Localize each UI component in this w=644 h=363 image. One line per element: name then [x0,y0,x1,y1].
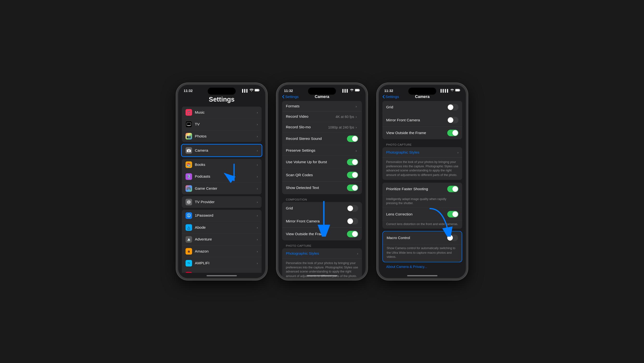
tvprovider-chevron: › [257,200,258,204]
list-item-podcasts[interactable]: 🎙️ Podcasts › [182,171,262,182]
home-indicator-3 [407,275,438,276]
tv-icon [186,121,192,128]
list-group-apps1: 📚 Books › 🎙️ Podcasts › 🎮 Game Center › [182,159,262,194]
cam3-viewoutside[interactable]: View Outside the Frame [382,127,462,139]
back-button-2[interactable]: Settings [282,95,299,99]
wifi-icon-1 [250,89,254,92]
macro-control-box: Macro Control Show Camera control for au… [382,231,462,262]
angrybirds-icon: 🐦 [186,272,192,273]
scanqr-label: Scan QR Codes [286,173,347,177]
scanqr-toggle[interactable] [347,172,358,178]
photo-styles-desc-3: Personalize the look of your photos by b… [382,158,462,180]
recordslomo-label: Record Slo-mo [286,125,328,129]
list-item-camera[interactable]: Camera › [182,145,262,156]
amplifi-chevron: › [257,261,258,265]
grid-label: Grid [286,206,347,210]
tv-label: TV [195,122,256,126]
amazon-icon: a [186,248,192,254]
macrocontrol-label: Macro Control [387,236,447,240]
recordstereo-label: Record Stereo Sound [286,137,347,141]
list-item-tvprovider[interactable]: TV Provider › [182,196,262,208]
photo-styles-row-3[interactable]: Photographic Styles › [382,147,462,158]
dynamic-island-2 [308,88,336,95]
books-chevron: › [257,163,258,167]
detectedtext-toggle[interactable] [347,185,358,191]
cam-item-grid[interactable]: Grid [282,202,362,215]
photo-styles-group-3: Photographic Styles › Personalize the lo… [382,147,462,180]
cam3-mirror-label: Mirror Front Camera [386,118,447,122]
podcasts-chevron: › [257,175,258,179]
amazon-chevron: › [257,249,258,253]
cam3-viewoutside-toggle[interactable] [447,130,458,136]
list-item-photos[interactable]: 📷 Photos › [182,131,262,142]
list-item-tv[interactable]: TV › [182,118,262,130]
list-item-1password[interactable]: 1 1Password › [182,210,262,221]
wifi-icon-2 [350,89,354,92]
back-button-3[interactable]: Settings [382,95,399,99]
photos-chevron: › [257,134,258,138]
time-2: 11:32 [284,89,293,92]
cam3-mirrorfrontcam[interactable]: Mirror Front Camera [382,114,462,127]
podcasts-icon: 🎙️ [186,173,192,180]
signal-icon-1: ▌▌▌ [242,89,249,92]
composition-group-3: Grid Mirror Front Camera View Outside th… [382,101,462,139]
cam-item-viewoutside[interactable]: View Outside the Frame [282,228,362,240]
home-indicator-2 [307,275,337,276]
macrocontrol-toggle[interactable] [447,234,458,241]
cam-item-mirrorfrontcam[interactable]: Mirror Front Camera [282,215,362,228]
photocapture-header: PHOTO CAPTURE [282,242,362,248]
list-item-abode[interactable]: △ Abode › [182,222,262,233]
camera-icon [186,147,192,154]
grid-toggle[interactable] [347,205,358,212]
preservesettings-chevron: › [356,149,357,152]
list-item-amplifi[interactable]: 〜 AMPLIFI › [182,257,262,269]
books-label: Books [195,162,256,167]
lenscorrection-toggle[interactable] [447,211,458,217]
recordstereo-toggle[interactable] [347,136,358,142]
photo-styles-label: Photographic Styles [286,251,357,255]
list-item-books[interactable]: 📚 Books › [182,159,262,171]
phone-1: 11:32 ▌▌▌ Settings 🎵 Music › [176,83,267,280]
camera-main-group: Formats › Record Video 4K at 60 fps › Re… [282,101,362,194]
amazon-label: Amazon [195,249,256,253]
formats-label: Formats [286,104,356,108]
about-camera-link[interactable]: About Camera & Privacy... [382,262,431,271]
svg-rect-6 [188,149,190,150]
list-item-gamecenter[interactable]: 🎮 Game Center › [182,183,262,194]
viewoutside-toggle[interactable] [347,231,358,237]
cam3-lenscorrection[interactable]: Lens Correction [382,208,462,221]
cam3-grid-toggle[interactable] [447,104,458,111]
cam-item-detectedtext[interactable]: Show Detected Text [282,182,362,194]
adventure-icon: 🏔️ [186,236,192,243]
cam3-mirror-toggle[interactable] [447,117,458,123]
list-item-music[interactable]: 🎵 Music › [182,107,262,118]
abode-label: Abode [195,225,256,229]
mirrorfrontcam-toggle[interactable] [347,218,358,224]
time-1: 11:32 [184,89,192,92]
cam-item-preservesettings[interactable]: Preserve Settings › [282,145,362,156]
cam3-grid[interactable]: Grid [382,101,462,114]
cam-item-recordslomo[interactable]: Record Slo-mo 1080p at 240 fps › [282,122,362,133]
amplifi-label: AMPLIFI [195,261,256,265]
svg-rect-17 [456,89,459,91]
prioritize-desc: Intelligently adapt image quality when r… [382,195,462,208]
cam-item-volumeburst[interactable]: Use Volume Up for Burst [282,156,362,169]
adventure-chevron: › [257,238,258,241]
photo-styles-row[interactable]: Photographic Styles › [282,248,362,259]
status-icons-3: ▌▌▌▌ [440,89,460,92]
list-item-adventure[interactable]: 🏔️ Adventure › [182,233,262,245]
list-item-amazon[interactable]: a Amazon › [182,245,262,257]
volumeburst-toggle[interactable] [347,159,358,165]
camera-row-highlight: Camera › [181,144,262,157]
cam-item-formats[interactable]: Formats › [282,101,362,111]
list-item-angrybirds[interactable]: 🐦 AngryBirdsReloaded › [182,269,262,273]
cam3-prioritize[interactable]: Prioritize Faster Shooting [382,183,462,195]
battery-icon-2 [355,89,360,92]
cam-item-recordstereo[interactable]: Record Stereo Sound [282,132,362,145]
prioritize-toggle[interactable] [447,186,458,192]
cam3-macrocontrol[interactable]: Macro Control [383,232,462,244]
1password-chevron: › [257,214,258,218]
cam-item-recordvideo[interactable]: Record Video 4K at 60 fps › [282,111,362,122]
recordvideo-chevron: › [356,115,357,118]
cam-item-scanqr[interactable]: Scan QR Codes [282,169,362,182]
